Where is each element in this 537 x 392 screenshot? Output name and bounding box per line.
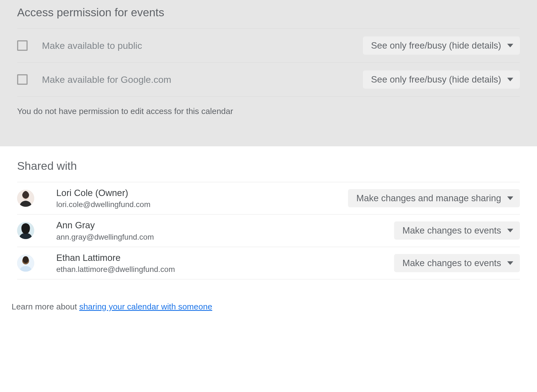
person-permission-dropdown[interactable]: Make changes and manage sharing: [348, 189, 520, 207]
person-email: lori.cole@dwellingfund.com: [56, 200, 348, 209]
person-name: Lori Cole (Owner): [56, 187, 348, 198]
access-permission-section: Access permission for events Make availa…: [0, 0, 537, 146]
shared-person-row: Ann Gray ann.gray@dwellingfund.com Make …: [17, 214, 520, 247]
make-google-label: Make available for Google.com: [42, 74, 363, 85]
dropdown-selected-value: See only free/busy (hide details): [371, 74, 501, 85]
shared-with-section: Shared with Lori Cole (Owner) lori.cole@…: [0, 146, 537, 290]
person-name: Ann Gray: [56, 219, 394, 231]
permission-note: You do not have permission to edit acces…: [17, 97, 520, 116]
person-email: ethan.lattimore@dwellingfund.com: [56, 264, 394, 274]
shared-person-row: Ethan Lattimore ethan.lattimore@dwelling…: [17, 247, 520, 279]
dropdown-selected-value: Make changes and manage sharing: [356, 193, 501, 203]
divider: [17, 279, 520, 279]
shared-person-row: Lori Cole (Owner) lori.cole@dwellingfund…: [17, 182, 520, 214]
person-email: ann.gray@dwellingfund.com: [56, 232, 394, 242]
chevron-down-icon: [507, 196, 513, 200]
dropdown-selected-value: Make changes to events: [402, 225, 501, 236]
person-info: Lori Cole (Owner) lori.cole@dwellingfund…: [56, 187, 348, 209]
person-info: Ann Gray ann.gray@dwellingfund.com: [56, 219, 394, 242]
learn-more-link[interactable]: sharing your calendar with someone: [79, 302, 212, 311]
make-google-checkbox[interactable]: [17, 74, 28, 85]
person-info: Ethan Lattimore ethan.lattimore@dwelling…: [56, 252, 394, 274]
google-permission-dropdown[interactable]: See only free/busy (hide details): [363, 70, 520, 89]
person-permission-dropdown[interactable]: Make changes to events: [394, 254, 520, 272]
access-row: Make available for Google.com See only f…: [17, 63, 520, 96]
avatar: [17, 255, 34, 272]
learn-more-prefix: Learn more about: [12, 302, 79, 311]
person-name: Ethan Lattimore: [56, 252, 394, 263]
avatar: [17, 222, 34, 239]
access-row: Make available to public See only free/b…: [17, 29, 520, 62]
learn-more-footer: Learn more about sharing your calendar w…: [0, 290, 537, 322]
avatar: [17, 190, 34, 207]
make-public-checkbox[interactable]: [17, 40, 28, 51]
chevron-down-icon: [507, 44, 513, 47]
shared-with-title: Shared with: [17, 160, 520, 182]
chevron-down-icon: [507, 229, 513, 232]
make-public-label: Make available to public: [42, 40, 363, 51]
public-permission-dropdown[interactable]: See only free/busy (hide details): [363, 36, 520, 55]
access-permission-title: Access permission for events: [17, 0, 520, 28]
person-permission-dropdown[interactable]: Make changes to events: [394, 221, 520, 240]
chevron-down-icon: [507, 261, 513, 265]
chevron-down-icon: [507, 78, 513, 81]
dropdown-selected-value: See only free/busy (hide details): [371, 40, 501, 51]
dropdown-selected-value: Make changes to events: [402, 258, 501, 268]
